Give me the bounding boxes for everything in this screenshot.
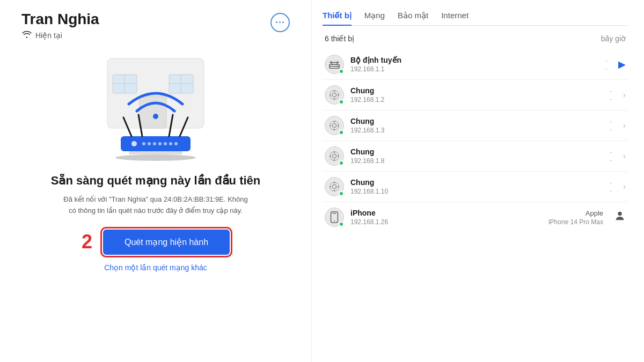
chevron-icon-chung-1: › bbox=[623, 90, 626, 100]
more-button[interactable]: ··· bbox=[270, 13, 290, 32]
status-dot-router bbox=[339, 69, 344, 74]
device-ip-chung-1: 192.168.1.2 bbox=[350, 96, 552, 104]
svg-point-49 bbox=[334, 190, 335, 191]
svg-point-16 bbox=[148, 142, 151, 145]
device-list: Bộ định tuyến192.168.1.1--▶ Chung192.168… bbox=[323, 49, 628, 232]
tab-mang[interactable]: Mạng bbox=[364, 11, 385, 26]
svg-point-14 bbox=[131, 141, 137, 146]
header-row: Tran Nghia Hiện tại ··· bbox=[21, 11, 290, 41]
wifi-icon bbox=[21, 30, 32, 41]
svg-point-51 bbox=[338, 186, 339, 188]
devices-count: 6 thiết bị bbox=[325, 34, 354, 43]
device-name-chung-1: Chung bbox=[350, 86, 552, 95]
device-ip-chung-3: 192.168.1.8 bbox=[350, 157, 552, 165]
devices-header: 6 thiết bị bây giờ bbox=[323, 34, 628, 43]
device-row-chung-1[interactable]: Chung192.168.1.2--› bbox=[323, 80, 628, 110]
svg-point-36 bbox=[334, 121, 335, 122]
device-name-router: Bộ định tuyến bbox=[350, 56, 547, 64]
router-illustration bbox=[80, 50, 231, 168]
device-icon-wrap-router bbox=[325, 55, 344, 74]
device-meta-iphone: AppleiPhone 14 Pro Max bbox=[548, 209, 603, 226]
status-dot-chung-3 bbox=[339, 160, 344, 166]
svg-point-48 bbox=[334, 182, 335, 183]
svg-point-39 bbox=[338, 125, 339, 127]
device-icon-wrap-chung-3 bbox=[325, 146, 344, 166]
status-dot-chung-4 bbox=[339, 191, 344, 196]
svg-rect-22 bbox=[129, 151, 182, 154]
status-dot-chung-1 bbox=[339, 99, 344, 105]
device-row-router[interactable]: Bộ định tuyến192.168.1.1--▶ bbox=[323, 49, 628, 80]
device-model-chung-3: - bbox=[610, 156, 612, 164]
device-info-chung-2: Chung192.168.1.3 bbox=[350, 117, 552, 134]
svg-point-44 bbox=[330, 156, 331, 157]
svg-point-46 bbox=[330, 182, 339, 191]
svg-point-28 bbox=[330, 91, 339, 100]
status-text: Hiện tại bbox=[35, 31, 62, 40]
device-name-chung-2: Chung bbox=[350, 117, 552, 125]
step-number: 2 bbox=[82, 231, 92, 253]
tab-internet[interactable]: Internet bbox=[441, 11, 469, 26]
device-icon-wrap-chung-1 bbox=[325, 85, 344, 105]
device-row-chung-4[interactable]: Chung192.168.1.10--› bbox=[323, 172, 628, 202]
svg-point-33 bbox=[338, 94, 339, 96]
device-icon-wrap-chung-4 bbox=[325, 177, 344, 196]
scan-description: Đã kết nối với "Tran Nghia" qua 24:0B:2A… bbox=[59, 194, 252, 217]
svg-point-43 bbox=[334, 159, 335, 161]
chevron-icon-chung-2: › bbox=[623, 121, 626, 130]
svg-point-20 bbox=[169, 142, 172, 145]
status-dot-iphone bbox=[339, 221, 344, 227]
left-panel: Tran Nghia Hiện tại ··· bbox=[0, 0, 311, 362]
play-button-router[interactable]: ▶ bbox=[618, 58, 626, 70]
svg-point-31 bbox=[334, 98, 335, 100]
svg-point-30 bbox=[334, 90, 335, 92]
scan-button[interactable]: Quét mạng hiện hành bbox=[103, 230, 230, 255]
svg-point-35 bbox=[332, 123, 336, 127]
svg-point-18 bbox=[158, 142, 162, 145]
svg-point-25 bbox=[336, 66, 338, 67]
scan-title: Sẵn sàng quét mạng này lần đầu tiên bbox=[51, 174, 261, 188]
svg-rect-1 bbox=[140, 96, 166, 128]
device-icon-wrap-chung-2 bbox=[325, 116, 344, 135]
tabs-row: Thiết bịMạngBảo mậtInternet bbox=[323, 11, 628, 26]
network-name: Tran Nghia bbox=[21, 11, 99, 28]
device-info-chung-3: Chung192.168.1.8 bbox=[350, 147, 552, 165]
svg-point-32 bbox=[330, 94, 331, 96]
svg-point-17 bbox=[153, 142, 156, 145]
device-vendor-chung-3: - bbox=[610, 148, 612, 156]
device-row-iphone[interactable]: iPhone192.168.1.26AppleiPhone 14 Pro Max bbox=[323, 202, 628, 232]
device-model-router: - bbox=[605, 64, 608, 72]
svg-point-53 bbox=[334, 220, 335, 221]
device-model-chung-1: - bbox=[610, 95, 612, 103]
svg-point-29 bbox=[332, 93, 336, 97]
device-row-chung-3[interactable]: Chung192.168.1.8--› bbox=[323, 141, 628, 172]
tab-bao-mat[interactable]: Bảo mật bbox=[398, 11, 428, 26]
network-status-row: Hiện tại bbox=[21, 30, 99, 41]
choose-scan-button[interactable]: Chọn một lần quét mạng khác bbox=[104, 263, 207, 272]
svg-point-45 bbox=[338, 156, 339, 157]
svg-point-50 bbox=[330, 186, 331, 188]
device-info-router: Bộ định tuyến192.168.1.1 bbox=[350, 56, 547, 73]
device-meta-chung-4: -- bbox=[559, 179, 612, 195]
chevron-icon-chung-3: › bbox=[623, 151, 626, 161]
svg-point-37 bbox=[334, 129, 335, 130]
svg-line-26 bbox=[331, 62, 332, 65]
devices-time: bây giờ bbox=[601, 34, 626, 43]
chevron-icon-chung-4: › bbox=[623, 182, 626, 191]
device-ip-chung-4: 192.168.1.10 bbox=[350, 188, 552, 195]
device-vendor-chung-4: - bbox=[610, 179, 612, 187]
device-meta-chung-3: -- bbox=[559, 148, 612, 164]
svg-point-38 bbox=[330, 125, 331, 127]
right-panel: Thiết bịMạngBảo mậtInternet 6 thiết bị b… bbox=[311, 0, 644, 362]
scan-actions: 2 Quét mạng hiện hành bbox=[21, 230, 290, 255]
svg-point-34 bbox=[330, 121, 339, 130]
tab-thiet-bi[interactable]: Thiết bị bbox=[323, 11, 352, 26]
svg-point-40 bbox=[330, 152, 339, 161]
status-dot-chung-2 bbox=[339, 130, 344, 135]
device-meta-chung-1: -- bbox=[559, 87, 612, 103]
device-row-chung-2[interactable]: Chung192.168.1.3--› bbox=[323, 110, 628, 141]
device-vendor-router: - bbox=[605, 56, 608, 64]
svg-point-41 bbox=[332, 154, 336, 158]
device-vendor-chung-1: - bbox=[610, 87, 612, 95]
svg-point-47 bbox=[332, 184, 336, 188]
device-name-iphone: iPhone bbox=[350, 209, 542, 217]
